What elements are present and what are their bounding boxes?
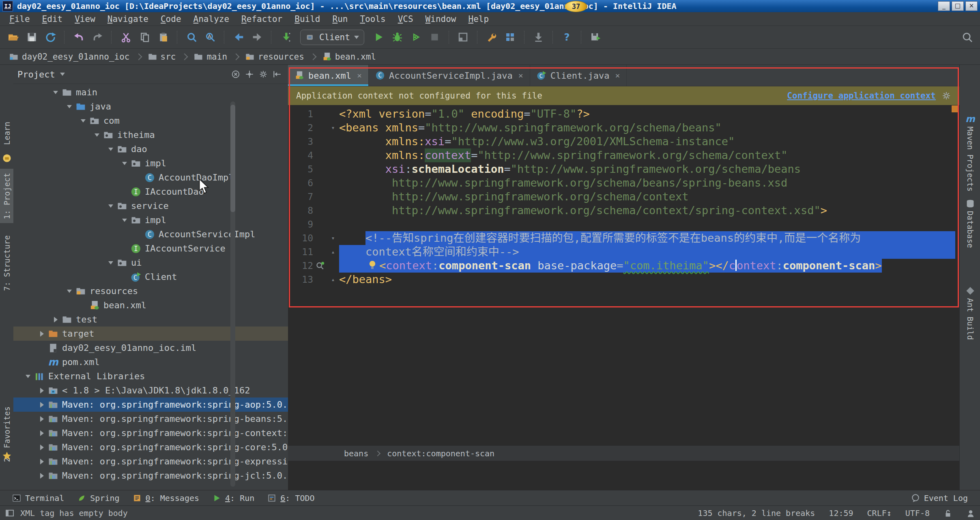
- search-everywhere-button[interactable]: [959, 29, 975, 45]
- stripe-1-project[interactable]: 1: Project: [0, 169, 13, 223]
- update-button[interactable]: [531, 29, 547, 45]
- magnifier-green-icon[interactable]: [315, 261, 325, 271]
- compile-button[interactable]: [277, 29, 294, 45]
- toolwindow-6-todo[interactable]: 6: TODO: [261, 493, 321, 503]
- intention-bulb-icon[interactable]: [365, 260, 379, 269]
- breadcrumb-item[interactable]: bean.xml: [320, 52, 378, 62]
- breadcrumb-item[interactable]: day02_eesy_01anno_ioc: [6, 52, 132, 62]
- close-tab-icon[interactable]: ×: [518, 71, 523, 80]
- save-all-button[interactable]: [24, 29, 40, 45]
- toolwindow-switcher-button[interactable]: [5, 508, 15, 518]
- project-scrollbar[interactable]: [230, 101, 235, 487]
- tree-item[interactable]: IIAccountDao: [13, 185, 288, 199]
- stripe-learn-badge[interactable]: [0, 153, 13, 163]
- close-tab-icon[interactable]: ×: [357, 71, 362, 80]
- minimize-button[interactable]: _: [938, 1, 950, 11]
- code-line[interactable]: 3 xmlns:xsi="http://www.w3.org/2001/XMLS…: [288, 135, 959, 148]
- menu-code[interactable]: Code: [155, 13, 187, 25]
- toolwindow-0-messages[interactable]: 0: Messages: [126, 493, 206, 503]
- file-encoding[interactable]: UTF-8: [905, 508, 930, 518]
- tree-item[interactable]: impl: [13, 156, 288, 170]
- tree-item[interactable]: < 1.8 > E:\Java\JDK1.8\jdk1.8.0_162: [13, 383, 288, 398]
- configure-context-link[interactable]: Configure application context: [787, 91, 936, 101]
- tree-item[interactable]: Maven: org.springframework:spring-contex…: [13, 426, 288, 440]
- tree-item[interactable]: target: [13, 327, 288, 341]
- tree-item[interactable]: resources: [13, 284, 288, 298]
- tree-item[interactable]: test: [13, 312, 288, 327]
- menu-navigate[interactable]: Navigate: [101, 13, 155, 25]
- stripe-learn[interactable]: Learn: [0, 122, 13, 145]
- close-button[interactable]: ×: [965, 1, 978, 11]
- toolwindow-event-log[interactable]: Event Log: [905, 493, 974, 503]
- toolwindow-spring[interactable]: Spring: [71, 493, 126, 503]
- tree-item[interactable]: Maven: org.springframework:spring-aop:5.…: [13, 398, 288, 412]
- caret-position[interactable]: 12:59: [829, 508, 853, 518]
- tree-item[interactable]: dao: [13, 142, 288, 156]
- menu-vcs[interactable]: VCS: [392, 13, 419, 25]
- code-line[interactable]: 13▴</beans>: [288, 273, 959, 286]
- back-button[interactable]: [230, 29, 247, 45]
- tree-item[interactable]: bean.xml: [13, 298, 288, 312]
- stripe-ant-build[interactable]: Ant Build: [960, 286, 980, 340]
- locate-button[interactable]: [243, 70, 256, 78]
- fold-marker[interactable]: ▾: [327, 121, 339, 135]
- fold-marker[interactable]: ▴: [327, 273, 339, 286]
- tree-item[interactable]: Maven: org.springframework:spring-beans:…: [13, 412, 288, 426]
- stripe-database[interactable]: Database: [960, 199, 980, 248]
- coverage-button[interactable]: [408, 29, 424, 45]
- maximize-button[interactable]: □: [952, 1, 964, 11]
- cut-button[interactable]: [118, 29, 134, 45]
- code-line[interactable]: 4 xmlns:context="http://www.springframew…: [288, 148, 959, 162]
- project-structure-button[interactable]: [502, 29, 518, 45]
- menu-window[interactable]: Window: [419, 13, 462, 25]
- tree-item[interactable]: Maven: org.springframework:spring-jcl:5.…: [13, 468, 288, 483]
- toolwindow-terminal[interactable]: Terminal: [6, 493, 71, 503]
- tab-accountserviceimpl-java[interactable]: CAccountServiceImpl.java×: [369, 65, 530, 86]
- highlighting-level-button[interactable]: [966, 508, 975, 518]
- breadcrumb-item[interactable]: resources: [243, 52, 307, 62]
- code-line[interactable]: 2▾<beans xmlns="http://www.springframewo…: [288, 121, 959, 135]
- find-button[interactable]: [183, 29, 200, 45]
- fold-marker[interactable]: ▴: [327, 245, 339, 259]
- menu-edit[interactable]: Edit: [36, 13, 69, 25]
- menu-run[interactable]: Run: [326, 13, 354, 25]
- replace-button[interactable]: A: [202, 29, 218, 45]
- breadcrumb-item[interactable]: main: [191, 52, 230, 62]
- close-tab-icon[interactable]: ×: [615, 71, 620, 80]
- tree-item[interactable]: service: [13, 199, 288, 213]
- project-panel-title[interactable]: Project: [17, 69, 65, 80]
- stripe-maven-projects[interactable]: mMaven Projects: [960, 114, 980, 191]
- scrollbar-thumb[interactable]: [230, 105, 235, 212]
- code-line[interactable]: 9: [288, 217, 959, 231]
- code-editor[interactable]: 1<?xml version="1.0" encoding="UTF-8"?>2…: [288, 105, 959, 445]
- menu-build[interactable]: Build: [288, 13, 326, 25]
- tree-item[interactable]: External Libraries: [13, 369, 288, 383]
- stop-button[interactable]: [427, 29, 443, 45]
- code-line[interactable]: 5 xsi:schemaLocation="http://www.springf…: [288, 162, 959, 176]
- tree-item[interactable]: CAccountDaoImpl: [13, 170, 288, 185]
- export-button[interactable]: [587, 29, 604, 45]
- open-folder-button[interactable]: [5, 29, 21, 45]
- gear-button[interactable]: [256, 70, 270, 78]
- hide-button[interactable]: [270, 70, 284, 78]
- code-line[interactable]: 12 <context:component-scan base-package=…: [288, 259, 959, 273]
- code-line[interactable]: 8 http://www.springframework.org/schema/…: [288, 204, 959, 217]
- tree-item[interactable]: com: [13, 114, 288, 128]
- paste-button[interactable]: [155, 29, 171, 45]
- tool-window-button[interactable]: [455, 29, 471, 45]
- tab-client-java[interactable]: CClient.java×: [530, 65, 627, 86]
- banner-settings-button[interactable]: [941, 91, 951, 101]
- tree-item[interactable]: main: [13, 85, 288, 99]
- tree-item[interactable]: mpom.xml: [13, 355, 288, 369]
- menu-view[interactable]: View: [69, 13, 101, 25]
- run-configuration-select[interactable]: Client: [300, 30, 364, 45]
- menu-help[interactable]: Help: [462, 13, 495, 25]
- menu-file[interactable]: File: [3, 13, 36, 25]
- code-line[interactable]: 11▴ context名称空间和约束中-->: [288, 245, 959, 259]
- line-separator-widget[interactable]: CRLF↕: [867, 508, 892, 518]
- tree-item[interactable]: java: [13, 99, 288, 114]
- stripe-7-structure[interactable]: 7: Structure: [0, 235, 13, 291]
- debug-button[interactable]: [389, 29, 406, 45]
- toolwindow-4-run[interactable]: 4: Run: [206, 493, 261, 503]
- copy-button[interactable]: [136, 29, 153, 45]
